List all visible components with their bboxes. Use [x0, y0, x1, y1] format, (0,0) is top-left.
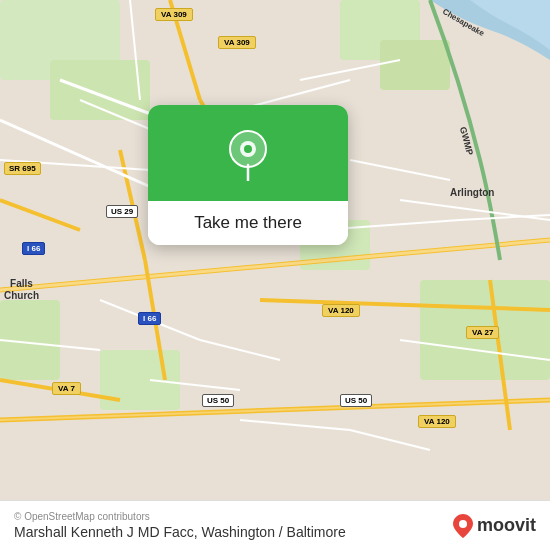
info-bar-left: © OpenStreetMap contributors Marshall Ke…	[14, 511, 346, 540]
road-svg	[0, 0, 550, 550]
take-me-there-card[interactable]: Take me there	[148, 105, 348, 245]
svg-line-31	[350, 430, 430, 450]
badge-va120-right: VA 120	[322, 304, 360, 317]
moovit-logo[interactable]: moovit	[453, 514, 536, 538]
badge-us29: US 29	[106, 205, 138, 218]
svg-rect-5	[100, 350, 180, 410]
svg-point-41	[244, 145, 252, 153]
svg-rect-1	[50, 60, 150, 120]
badge-va309-mid: VA 309	[218, 36, 256, 49]
moovit-brand-name: moovit	[477, 515, 536, 536]
badge-i66-left: I 66	[22, 242, 45, 255]
moovit-pin-icon	[453, 514, 473, 538]
attribution: © OpenStreetMap contributors	[14, 511, 346, 522]
badge-va120-bot: VA 120	[418, 415, 456, 428]
svg-line-26	[200, 340, 280, 360]
svg-line-18	[0, 400, 550, 420]
label-arlington: Arlington	[450, 186, 494, 199]
svg-rect-3	[380, 40, 450, 90]
badge-va27: VA 27	[466, 326, 499, 339]
svg-line-19	[0, 200, 80, 230]
badge-i66-mid: I 66	[138, 312, 161, 325]
badge-us50-left: US 50	[202, 394, 234, 407]
badge-va7: VA 7	[52, 382, 81, 395]
svg-point-42	[459, 520, 467, 528]
info-bar: © OpenStreetMap contributors Marshall Ke…	[0, 500, 550, 550]
svg-line-27	[350, 160, 450, 180]
badge-va309-top: VA 309	[155, 8, 193, 21]
take-me-there-button[interactable]: Take me there	[148, 201, 348, 245]
location-pin-icon	[226, 129, 270, 181]
svg-line-30	[240, 420, 350, 430]
map-container: VA 309 VA 309 SR 695 US 29 I 66 I 66 VA …	[0, 0, 550, 550]
badge-us50-right: US 50	[340, 394, 372, 407]
location-name: Marshall Kenneth J MD Facc, Washington /…	[14, 524, 346, 540]
card-green-top	[148, 105, 348, 201]
label-falls-church: FallsChurch	[4, 278, 39, 302]
badge-sr695: SR 695	[4, 162, 41, 175]
